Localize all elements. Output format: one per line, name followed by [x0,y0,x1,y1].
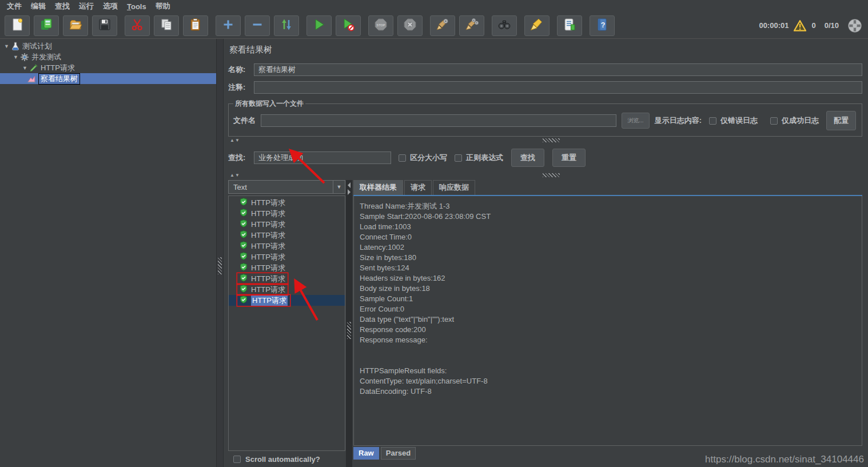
paste-button[interactable] [183,15,208,36]
warning-icon[interactable] [794,20,806,31]
menu-item-编辑[interactable]: 编辑 [26,1,50,12]
remove-button[interactable] [245,15,270,36]
result-item[interactable]: HTTP请求 [229,208,345,219]
tree-expand-icon[interactable]: ▼ [3,43,10,49]
result-item[interactable]: HTTP请求 [229,273,345,284]
success-only-checkbox[interactable] [770,117,778,125]
result-item[interactable]: HTTP请求 [229,284,345,295]
menu-item-查找[interactable]: 查找 [50,1,74,12]
templates-button[interactable] [34,15,59,36]
results-splitter[interactable] [346,180,352,467]
browse-button[interactable]: 浏览... [622,113,649,129]
result-item-cell: HTTP请求 [237,197,288,208]
tree-node-label: 并发测试 [31,52,61,62]
result-item[interactable]: HTTP请求 [229,295,345,306]
tree-node-察看结果树[interactable]: 察看结果树 [0,73,216,84]
scroll-auto-checkbox[interactable] [233,456,241,463]
clear-search-button[interactable] [524,15,550,36]
tab-响应数据[interactable]: 响应数据 [433,180,475,195]
result-item-cell: HTTP请求 [237,273,288,284]
new-file-button[interactable] [5,15,30,36]
menu-item-Tools[interactable]: Tools [122,2,151,11]
main-splitter[interactable] [216,39,224,467]
result-item-label: HTTP请求 [251,241,285,252]
collapse-left-icon[interactable] [348,182,351,188]
toggle-icon [280,18,293,34]
result-item[interactable]: HTTP请求 [229,197,345,208]
configure-button[interactable]: 配置 [826,111,856,130]
result-item[interactable]: HTTP请求 [229,219,345,230]
start-no-timers-icon [341,18,355,34]
comment-input[interactable] [254,81,862,94]
paste-icon [189,18,202,34]
help-button[interactable]: ? [590,15,615,36]
new-file-icon [10,18,24,34]
start-no-timers-button[interactable] [336,15,361,36]
chevron-down-icon[interactable]: ▼ [333,181,345,193]
view-mode-dropdown[interactable]: Text ▼ [228,180,345,194]
result-item-label: HTTP请求 [251,296,288,306]
name-input[interactable] [254,63,862,76]
result-item[interactable]: HTTP请求 [229,252,345,262]
splitter-grip[interactable] [543,138,560,142]
menu-item-选项[interactable]: 选项 [98,1,122,12]
cut-button[interactable] [125,15,150,36]
errors-only-checkbox[interactable] [709,117,716,125]
toolbar-group [5,15,117,36]
filename-input[interactable] [261,114,616,127]
splitter-grip[interactable] [218,257,222,274]
sampler-icon [29,63,38,73]
splitter-collapse-arrows[interactable]: ▲▼ [230,138,240,143]
shield-success-icon [240,274,248,284]
clear-all-button[interactable] [459,15,484,36]
menu-item-文件[interactable]: 文件 [2,1,26,12]
result-item[interactable]: HTTP请求 [229,262,345,273]
render-tab-raw[interactable]: Raw [353,447,379,460]
menu-item-帮助[interactable]: 帮助 [151,1,175,12]
toggle-button[interactable] [274,15,299,36]
search-input[interactable] [254,151,391,164]
start-button[interactable] [306,15,332,36]
result-item[interactable]: HTTP请求 [229,241,345,252]
tab-请求[interactable]: 请求 [404,180,432,195]
clear-button[interactable] [430,15,455,36]
templates-icon [39,18,53,34]
tree-node-测试计划[interactable]: ▼测试计划 [0,41,216,51]
tab-取样器结果[interactable]: 取样器结果 [353,180,403,195]
collapse-right-icon[interactable] [348,189,351,195]
menu-item-运行[interactable]: 运行 [74,1,98,12]
shutdown-button[interactable] [397,15,423,36]
regexp-checkbox[interactable] [455,154,462,162]
open-file-button[interactable] [63,15,88,36]
save-button[interactable] [92,15,117,36]
result-item[interactable]: HTTP请求 [229,230,345,241]
case-sensitive-checkbox[interactable] [399,154,406,162]
horizontal-splitter[interactable]: ▲▼ [228,172,862,178]
tree-expand-icon[interactable]: ▼ [12,54,19,60]
splitter-collapse-arrows[interactable]: ▲▼ [230,173,240,178]
scroll-auto-row: Scroll automatically? [228,451,345,467]
find-button[interactable]: 查找 [511,149,544,167]
warning-count: 0 [811,21,815,30]
sampler-result-line: Headers size in bytes:162 [360,273,856,284]
render-tab-parsed[interactable]: Parsed [381,447,416,460]
add-button[interactable] [216,15,241,36]
result-item-cell: HTTP请求 [237,241,288,252]
function-helper-button[interactable] [557,15,582,36]
toolbar-group [524,15,550,36]
splitter-grip[interactable] [543,173,560,177]
tree-node-并发测试[interactable]: ▼并发测试 [0,51,216,62]
splitter-grip[interactable] [347,322,351,339]
tree-expand-icon[interactable]: ▼ [21,65,29,71]
name-row: 名称: [228,63,862,76]
search-label: 查找: [228,153,254,163]
search-button[interactable] [492,15,517,36]
horizontal-splitter[interactable]: ▲▼ [228,137,862,143]
tree-node-HTTP请求[interactable]: ▼HTTP请求 [0,62,216,73]
success-only-option: 仅成功日志 [770,115,819,126]
comment-label: 注释: [228,82,254,93]
copy-button[interactable] [154,15,179,36]
reset-button[interactable]: 重置 [552,149,586,167]
shield-success-icon [240,296,248,305]
stop-button[interactable]: STOP [368,15,393,36]
